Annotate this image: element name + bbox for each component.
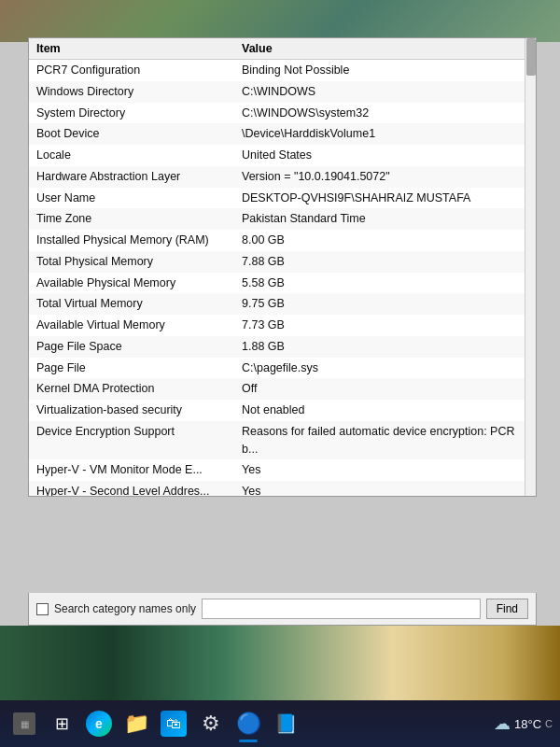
table-cell-value: C:\pagefile.sys (234, 358, 536, 379)
settings-icon: ⚙ (202, 712, 220, 736)
scrollbar[interactable] (525, 38, 536, 496)
table-row: Page File Space1.88 GB (29, 336, 536, 358)
table-row: System DirectoryC:\WINDOWS\system32 (29, 103, 536, 124)
table-row: PCR7 ConfigurationBinding Not Possible (29, 60, 536, 81)
find-button[interactable]: Find (486, 599, 528, 619)
taskbar-start-button[interactable]: ⊞ (45, 707, 78, 740)
sysinfo-window: Item Value PCR7 ConfigurationBinding Not… (28, 37, 537, 497)
weather-widget[interactable]: ☁ 18°C C (494, 713, 553, 734)
taskbar-settings[interactable]: ⚙ (194, 707, 228, 740)
table-row: Time ZonePakistan Standard Time (29, 208, 536, 230)
table-cell-item: Hyper-V - Second Level Addres... (29, 481, 234, 496)
taskbar-file-explorer[interactable]: 📁 (119, 707, 153, 740)
search-bar-area: Search category names only Find (28, 593, 537, 626)
table-row: Page FileC:\pagefile.sys (29, 358, 536, 379)
table-cell-value: C:\WINDOWS\system32 (234, 103, 536, 124)
table-row: Total Physical Memory7.88 GB (29, 251, 536, 273)
weather-label: C (545, 718, 553, 729)
edge-icon: e (86, 711, 112, 737)
search-checkbox-label: Search category names only (54, 602, 196, 615)
table-cell-item: Total Virtual Memory (29, 293, 234, 315)
table-cell-item: Page File (29, 358, 234, 379)
taskbar-app1[interactable]: 🔵 (231, 707, 265, 740)
table-row: Device Encryption SupportReasons for fai… (29, 421, 536, 460)
table-header-row: Item Value (29, 38, 536, 60)
table-row: User NameDESKTOP-QVHSI9F\SHAHRAIZ MUSTAF… (29, 188, 536, 209)
table-row: Hyper-V - VM Monitor Mode E...Yes (29, 459, 536, 481)
table-cell-item: Available Virtual Memory (29, 315, 234, 336)
table-cell-item: Windows Directory (29, 81, 234, 103)
table-cell-value: Version = "10.0.19041.5072" (234, 166, 536, 188)
table-cell-item: Total Physical Memory (29, 251, 234, 273)
table-cell-value: Yes (234, 481, 536, 496)
app1-icon: 🔵 (236, 712, 261, 736)
table-row: Boot Device\Device\HarddiskVolume1 (29, 123, 536, 145)
table-cell-item: PCR7 Configuration (29, 60, 234, 81)
table-cell-item: Page File Space (29, 336, 234, 358)
table-row: Total Virtual Memory9.75 GB (29, 293, 536, 315)
table-row: Available Virtual Memory7.73 GB (29, 315, 536, 336)
table-cell-value: 1.88 GB (234, 336, 536, 358)
table-cell-item: Virtualization-based security (29, 400, 234, 421)
table-cell-value: 7.73 GB (234, 315, 536, 336)
search-category-checkbox[interactable] (36, 603, 49, 615)
table-cell-value: Yes (234, 459, 536, 481)
table-cell-item: User Name (29, 188, 234, 209)
folder-icon: 📁 (124, 712, 149, 736)
taskbar-store[interactable]: 🛍 (157, 707, 190, 740)
cloud-icon: ☁ (494, 713, 511, 734)
table-cell-value: Pakistan Standard Time (234, 208, 536, 230)
table-row: Kernel DMA ProtectionOff (29, 378, 536, 400)
table-cell-item: Available Physical Memory (29, 273, 234, 294)
table-cell-value: 9.75 GB (234, 293, 536, 315)
app2-icon: 📘 (274, 712, 298, 735)
table-cell-item: Device Encryption Support (29, 421, 234, 460)
table-cell-value: Off (234, 378, 536, 400)
table-cell-item: Installed Physical Memory (RAM) (29, 230, 234, 251)
taskbar-left-icon[interactable]: ▦ (7, 707, 41, 740)
table-cell-item: System Directory (29, 103, 234, 124)
left-corner-widget: ▦ (13, 712, 35, 735)
table-row: Windows DirectoryC:\WINDOWS (29, 81, 536, 103)
table-row: Virtualization-based securityNot enabled (29, 400, 536, 421)
col-header-value: Value (234, 38, 536, 60)
table-cell-value: 5.58 GB (234, 273, 536, 294)
table-row: Installed Physical Memory (RAM)8.00 GB (29, 230, 536, 251)
table-row: LocaleUnited States (29, 145, 536, 166)
scrollbar-thumb[interactable] (526, 38, 536, 76)
taskbar: ▦ ⊞ e 📁 🛍 ⚙ 🔵 📘 ☁ 18°C C (0, 700, 560, 747)
col-header-item: Item (29, 38, 234, 60)
table-cell-value: 8.00 GB (234, 230, 536, 251)
search-input[interactable] (202, 599, 481, 619)
taskbar-edge[interactable]: e (82, 707, 116, 740)
table-cell-value: \Device\HarddiskVolume1 (234, 123, 536, 145)
table-cell-item: Time Zone (29, 208, 234, 230)
table-cell-value: DESKTOP-QVHSI9F\SHAHRAIZ MUSTAFA (234, 188, 536, 209)
table-cell-value: Not enabled (234, 400, 536, 421)
table-scroll-area[interactable]: Item Value PCR7 ConfigurationBinding Not… (29, 38, 536, 496)
table-cell-item: Hyper-V - VM Monitor Mode E... (29, 459, 234, 481)
table-cell-item: Kernel DMA Protection (29, 378, 234, 400)
store-icon: 🛍 (161, 711, 187, 737)
windows-icon: ⊞ (55, 713, 69, 734)
table-cell-value: Binding Not Possible (234, 60, 536, 81)
table-cell-item: Locale (29, 145, 234, 166)
taskbar-app2[interactable]: 📘 (269, 707, 302, 740)
table-row: Available Physical Memory5.58 GB (29, 273, 536, 294)
bottom-background (0, 626, 560, 700)
sysinfo-table: Item Value PCR7 ConfigurationBinding Not… (29, 38, 536, 496)
table-row: Hyper-V - Second Level Addres...Yes (29, 481, 536, 496)
table-cell-value: 7.88 GB (234, 251, 536, 273)
table-cell-value: Reasons for failed automatic device encr… (234, 421, 536, 460)
top-background (0, 0, 560, 42)
table-cell-value: United States (234, 145, 536, 166)
table-row: Hardware Abstraction LayerVersion = "10.… (29, 166, 536, 188)
temperature-display: 18°C (514, 717, 541, 731)
table-cell-item: Boot Device (29, 123, 234, 145)
table-cell-value: C:\WINDOWS (234, 81, 536, 103)
table-cell-item: Hardware Abstraction Layer (29, 166, 234, 188)
